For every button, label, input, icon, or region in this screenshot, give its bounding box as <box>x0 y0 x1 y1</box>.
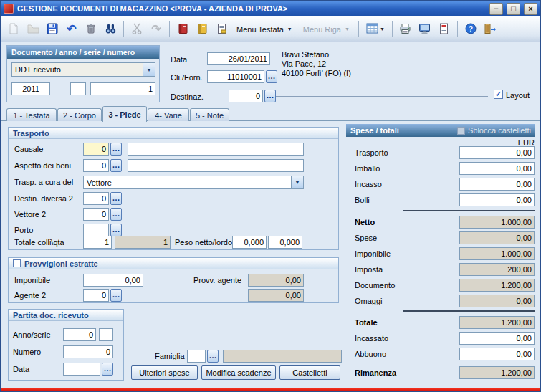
spese-totali-header: Spese / totali Sblocca castelletti <box>346 124 535 137</box>
red-book-icon <box>178 23 188 36</box>
porto-code-field[interactable] <box>83 224 109 236</box>
partita-anno-field[interactable]: 0 <box>63 328 96 341</box>
st-abbuono-field[interactable]: 0,00 <box>459 348 535 360</box>
serie-field[interactable] <box>70 82 86 95</box>
famiglia-code-field[interactable] <box>187 350 206 363</box>
partita-data-picker-button[interactable]: … <box>102 363 113 376</box>
trasporto-group-title: Trasporto <box>9 128 338 139</box>
causale-label: Causale <box>14 145 43 153</box>
st-bolli-field[interactable]: 0,00 <box>459 193 535 206</box>
tab-varie[interactable]: 4- Varie <box>148 108 189 121</box>
undo-button[interactable]: ↶ <box>62 19 81 39</box>
notes-list-button[interactable] <box>212 19 231 39</box>
catalog-yellow-button[interactable] <box>193 19 211 39</box>
report-document-icon <box>439 23 449 36</box>
cut-button <box>128 19 146 39</box>
st-imposta-field: 200,00 <box>459 263 535 276</box>
porto-label: Porto <box>14 226 33 234</box>
numero-field[interactable]: 1 <box>90 82 155 95</box>
window-title: GESTIONE DOCUMENTI DI MAGAZZINO <PROVA -… <box>17 4 486 13</box>
printer-icon <box>399 23 411 36</box>
partita-group: Partita doc. ricevuto Anno/serie 0 Numer… <box>8 309 124 381</box>
aspetto-desc-field[interactable] <box>128 159 304 172</box>
causale-lookup-button[interactable]: … <box>110 143 122 156</box>
chevron-down-icon: ▼ <box>143 63 155 76</box>
peso-label: Peso netto/lordo <box>175 238 232 247</box>
aspetto-lookup-button[interactable]: … <box>110 159 122 172</box>
vettore2-code-field[interactable]: 0 <box>83 208 109 221</box>
partita-data-field[interactable] <box>63 363 100 376</box>
preview-button[interactable] <box>416 19 434 39</box>
st-incassato-label: Incassato <box>355 334 388 343</box>
causale-code-field[interactable]: 0 <box>83 143 109 156</box>
st-incassato-field[interactable]: 0,00 <box>459 332 535 345</box>
partita-numero-field[interactable]: 0 <box>63 345 113 358</box>
colli-field[interactable]: 1 <box>83 236 112 249</box>
cliforn-field[interactable]: 11010001 <box>207 70 264 83</box>
vettore2-lookup-button[interactable]: … <box>110 208 122 221</box>
minimize-button[interactable]: − <box>489 3 503 15</box>
aspetto-label: Aspetto dei beni <box>14 161 71 170</box>
list-icon <box>216 23 227 36</box>
st-documento-label: Documento <box>355 281 395 290</box>
cliforn-lookup-button[interactable]: … <box>266 70 277 83</box>
destinaz-lookup-button[interactable]: … <box>264 90 276 102</box>
layout-checkbox[interactable]: ✓ <box>494 90 503 99</box>
sblocca-castelletti-checkbox <box>457 127 465 135</box>
st-imballo-field[interactable]: 0,00 <box>459 162 535 175</box>
doc-type-combobox[interactable]: DDT ricevuto ▼ <box>11 62 155 77</box>
famiglia-label: Famiglia <box>155 352 185 360</box>
st-spese-field: 0,00 <box>459 231 535 244</box>
peso-lordo-field[interactable]: 0,000 <box>268 236 302 249</box>
agente2-lookup-button[interactable]: … <box>110 289 122 302</box>
delete-button[interactable] <box>82 19 100 39</box>
provv-imponibile-field[interactable]: 0,00 <box>83 274 143 287</box>
print-button[interactable] <box>396 19 415 39</box>
partita-serie-field[interactable] <box>99 328 113 341</box>
tab-piede[interactable]: 3 - Piede <box>102 106 147 122</box>
document-panel-header: Documento / anno / serie / numero <box>7 46 159 59</box>
maximize-button[interactable]: □ <box>507 3 520 15</box>
totals-divider <box>403 210 535 211</box>
menu-testata-button[interactable]: Menu Testata▼ <box>231 21 297 37</box>
toolbar-separator <box>358 21 359 37</box>
famiglia-lookup-button[interactable]: … <box>207 350 219 363</box>
st-incasso-field[interactable]: 0,00 <box>459 178 535 191</box>
partita-anno-label: Anno/serie <box>13 330 51 339</box>
destinaz-field[interactable]: 0 <box>229 90 263 102</box>
aspetto-code-field[interactable]: 0 <box>83 159 109 172</box>
ulteriori-spese-button[interactable]: Ulteriori spese <box>131 365 198 380</box>
castelletti-button[interactable]: Castelletti <box>279 365 340 380</box>
close-button[interactable]: × <box>524 3 537 15</box>
destin2-lookup-button[interactable]: … <box>110 192 122 205</box>
st-trasporto-field[interactable]: 0,00 <box>459 146 535 159</box>
st-imballo-label: Imballo <box>355 164 380 173</box>
help-button[interactable]: ? <box>461 19 480 39</box>
save-button[interactable] <box>43 19 62 39</box>
tab-note[interactable]: 5 - Note <box>190 108 229 121</box>
binoculars-search-icon <box>105 23 117 36</box>
agente2-code-field[interactable]: 0 <box>83 289 109 302</box>
anno-field[interactable]: 2011 <box>11 82 50 95</box>
trasp-cura-combobox[interactable]: Vettore ▼ <box>83 176 304 189</box>
causale-desc-field[interactable] <box>128 143 304 156</box>
app-icon <box>4 4 14 14</box>
st-abbuono-label: Abbuono <box>355 350 386 358</box>
vettore2-label: Vettore 2 <box>14 210 46 219</box>
redo-button: ↷ <box>147 19 166 39</box>
provvigioni-checkbox[interactable] <box>13 259 21 267</box>
catalog-red-button[interactable] <box>173 19 192 39</box>
partita-data-label: Data <box>13 365 29 373</box>
data-field[interactable]: 26/01/2011 <box>207 52 270 65</box>
toolbar-separator <box>392 21 393 37</box>
find-button[interactable] <box>101 19 120 39</box>
tab-corpo[interactable]: 2 - Corpo <box>57 108 102 121</box>
exit-button[interactable] <box>481 19 499 39</box>
tab-testata[interactable]: 1 - Testata <box>6 108 57 121</box>
report-button[interactable] <box>435 19 454 39</box>
modifica-scadenze-button[interactable]: Modifica scadenze <box>201 365 276 380</box>
destin2-code-field[interactable]: 0 <box>83 192 109 205</box>
peso-netto-field[interactable]: 0,000 <box>232 236 267 249</box>
grid-view-button[interactable]: ▼ <box>363 19 388 39</box>
porto-lookup-button[interactable]: … <box>110 224 122 236</box>
